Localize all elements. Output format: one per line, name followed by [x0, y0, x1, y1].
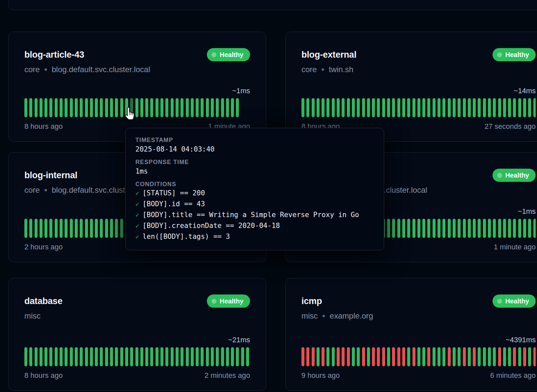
result-bar[interactable]: [332, 347, 335, 366]
result-bar[interactable]: [473, 98, 476, 117]
result-bar[interactable]: [508, 347, 511, 366]
result-bar[interactable]: [326, 98, 329, 117]
result-bar[interactable]: [513, 219, 516, 238]
result-bar[interactable]: [458, 219, 461, 238]
result-bar[interactable]: [533, 347, 536, 366]
result-bar[interactable]: [110, 219, 113, 238]
result-bar[interactable]: [382, 347, 385, 366]
result-bar[interactable]: [433, 347, 436, 366]
result-bar[interactable]: [191, 98, 194, 117]
result-bar[interactable]: [70, 98, 73, 117]
endpoint-card-blog-external[interactable]: blog-external Healthy core ● twin.sh ~14…: [285, 32, 537, 142]
result-bar[interactable]: [493, 219, 496, 238]
result-bar[interactable]: [518, 98, 521, 117]
result-bar[interactable]: [438, 219, 440, 238]
result-bar[interactable]: [473, 347, 476, 366]
result-bar[interactable]: [326, 347, 329, 366]
result-bar[interactable]: [206, 347, 209, 366]
result-bar[interactable]: [85, 219, 88, 238]
result-bar[interactable]: [176, 347, 179, 366]
result-bar[interactable]: [115, 98, 118, 117]
result-bar[interactable]: [387, 98, 390, 117]
result-bar[interactable]: [352, 347, 355, 366]
result-bar[interactable]: [65, 347, 68, 366]
result-bar[interactable]: [140, 347, 143, 366]
result-bar[interactable]: [503, 98, 506, 117]
result-bar[interactable]: [65, 98, 68, 117]
result-bar[interactable]: [463, 98, 466, 117]
result-bar[interactable]: [150, 98, 153, 117]
result-bar[interactable]: [422, 98, 425, 117]
result-bar[interactable]: [367, 347, 370, 366]
result-bar[interactable]: [35, 219, 38, 238]
result-bar[interactable]: [412, 98, 415, 117]
result-bar[interactable]: [442, 347, 445, 366]
result-bar[interactable]: [417, 347, 420, 366]
result-bar[interactable]: [453, 347, 456, 366]
result-bar[interactable]: [417, 219, 420, 238]
result-bar[interactable]: [201, 347, 204, 366]
result-bar[interactable]: [216, 347, 219, 366]
result-bar[interactable]: [29, 219, 32, 238]
result-bar[interactable]: [186, 98, 189, 117]
result-bar[interactable]: [392, 98, 395, 117]
result-bar[interactable]: [407, 347, 410, 366]
uptime-bars[interactable]: [301, 347, 536, 366]
result-bar[interactable]: [528, 219, 531, 238]
result-bar[interactable]: [75, 98, 78, 117]
result-bar[interactable]: [181, 98, 184, 117]
result-bar[interactable]: [533, 219, 536, 238]
result-bar[interactable]: [533, 98, 536, 117]
result-bar[interactable]: [342, 347, 345, 366]
result-bar[interactable]: [473, 219, 476, 238]
result-bar[interactable]: [120, 347, 123, 366]
result-bar[interactable]: [528, 347, 531, 366]
result-bar[interactable]: [115, 219, 118, 238]
result-bar[interactable]: [438, 98, 440, 117]
result-bar[interactable]: [130, 98, 133, 117]
result-bar[interactable]: [176, 98, 179, 117]
result-bar[interactable]: [241, 347, 244, 366]
result-bar[interactable]: [362, 98, 365, 117]
result-bar[interactable]: [85, 98, 88, 117]
result-bar[interactable]: [155, 347, 158, 366]
result-bar[interactable]: [312, 98, 315, 117]
result-bar[interactable]: [442, 219, 445, 238]
result-bar[interactable]: [40, 98, 42, 117]
result-bar[interactable]: [29, 347, 32, 366]
result-bar[interactable]: [236, 347, 239, 366]
result-bar[interactable]: [90, 98, 93, 117]
result-bar[interactable]: [100, 219, 103, 238]
result-bar[interactable]: [150, 347, 153, 366]
result-bar[interactable]: [322, 347, 325, 366]
result-bar[interactable]: [458, 98, 461, 117]
result-bar[interactable]: [422, 219, 425, 238]
result-bar[interactable]: [44, 219, 47, 238]
result-bar[interactable]: [306, 98, 309, 117]
result-bar[interactable]: [80, 219, 83, 238]
result-bar[interactable]: [125, 98, 128, 117]
result-bar[interactable]: [352, 98, 355, 117]
result-bar[interactable]: [322, 98, 325, 117]
result-bar[interactable]: [407, 98, 410, 117]
result-bar[interactable]: [468, 219, 471, 238]
result-bar[interactable]: [438, 347, 440, 366]
result-bar[interactable]: [342, 98, 345, 117]
endpoint-card-database[interactable]: database Healthy misc ● ~21ms 8 hours ag…: [8, 278, 266, 391]
result-bar[interactable]: [483, 98, 486, 117]
result-bar[interactable]: [508, 219, 511, 238]
result-bar[interactable]: [55, 219, 58, 238]
result-bar[interactable]: [402, 347, 405, 366]
result-bar[interactable]: [24, 219, 27, 238]
result-bar[interactable]: [221, 98, 224, 117]
result-bar[interactable]: [130, 347, 133, 366]
result-bar[interactable]: [427, 98, 430, 117]
result-bar[interactable]: [397, 347, 400, 366]
result-bar[interactable]: [392, 347, 395, 366]
result-bar[interactable]: [312, 347, 315, 366]
result-bar[interactable]: [80, 347, 83, 366]
result-bar[interactable]: [508, 98, 511, 117]
uptime-bars[interactable]: [24, 347, 250, 366]
result-bar[interactable]: [412, 347, 415, 366]
result-bar[interactable]: [433, 98, 436, 117]
